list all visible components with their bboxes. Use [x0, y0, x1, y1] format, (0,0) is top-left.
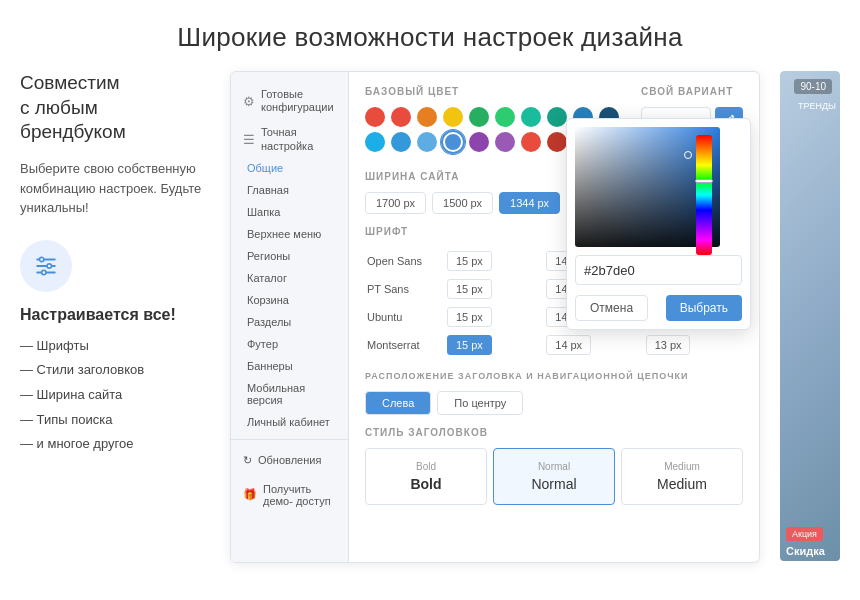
settings-icon-box [20, 240, 72, 292]
swatch-12[interactable] [417, 132, 437, 152]
list-item: — Типы поиска [20, 408, 210, 433]
picker-actions: Отмена Выбрать [567, 289, 750, 329]
nav-divider [231, 439, 348, 440]
customize-title: Настраивается все! [20, 306, 210, 324]
style-value: Bold [374, 476, 478, 492]
preview-label: 90-10 [794, 79, 832, 94]
picker-cancel-button[interactable]: Отмена [575, 295, 648, 321]
sidebar-item-header[interactable]: Шапка [231, 201, 348, 223]
nav-section-fine[interactable]: ☰ Точная настройка [231, 118, 348, 156]
sidebar-item-cart[interactable]: Корзина [231, 289, 348, 311]
sidebar-item-sections[interactable]: Разделы [231, 311, 348, 333]
width-btn-1500[interactable]: 1500 рх [432, 192, 493, 214]
content-area: Совместим с любым брендбуком Выберите св… [0, 71, 860, 563]
heading-style-label: СТИЛЬ ЗАГОЛОВКОВ [365, 427, 743, 438]
width-btn-1344[interactable]: 1344 рх [499, 192, 560, 214]
swatch-11[interactable] [391, 132, 411, 152]
swatch-17[interactable] [547, 132, 567, 152]
font-name-ptsans: PT Sans [365, 275, 445, 303]
picker-gradient-area[interactable] [575, 127, 720, 247]
font-size-btn[interactable]: 14 рх [546, 335, 591, 355]
font-size-btn[interactable]: 13 рх [646, 335, 691, 355]
pos-btn-center[interactable]: По центру [437, 391, 523, 415]
swatch-15[interactable] [495, 132, 515, 152]
sidebar-item-home[interactable]: Главная [231, 179, 348, 201]
list-item: — и многое другое [20, 432, 210, 457]
nav-section-configs[interactable]: ⚙ Готовые конфигурации [231, 80, 348, 118]
sidebar-item-general[interactable]: Общие [231, 157, 348, 179]
font-name-opensans: Open Sans [365, 247, 445, 275]
style-btn-bold[interactable]: Bold Bold [365, 448, 487, 505]
swatch-4[interactable] [469, 107, 489, 127]
hue-bar[interactable] [696, 135, 712, 255]
style-value: Medium [630, 476, 734, 492]
nav-demo-label: Получить демо- доступ [263, 483, 336, 507]
update-icon: ↻ [243, 454, 252, 467]
swatch-0[interactable] [365, 107, 385, 127]
sliders-icon [33, 253, 59, 279]
list-item: — Стили заголовков [20, 358, 210, 383]
font-size-btn[interactable]: 15 рх [447, 279, 492, 299]
feature-list: — Шрифты — Стили заголовков — Ширина сай… [20, 334, 210, 457]
swatch-10[interactable] [365, 132, 385, 152]
sidebar-item-regions[interactable]: Регионы [231, 245, 348, 267]
heading-style-section: СТИЛЬ ЗАГОЛОВКОВ Bold Bold Normal Normal [365, 427, 743, 505]
main-container: Широкие возможности настроек дизайна Сов… [0, 0, 860, 600]
preview-bg: 90-10 ТРЕНДЫ Акция Скидка [780, 71, 840, 561]
svg-point-5 [42, 270, 46, 274]
swatch-2[interactable] [417, 107, 437, 127]
promo-label: Акция [786, 527, 823, 541]
style-btn-medium[interactable]: Medium Medium [621, 448, 743, 505]
style-buttons: Bold Bold Normal Normal Medium Medium [365, 448, 743, 505]
discount-label: Скидка [786, 545, 825, 557]
swatch-13[interactable] [443, 132, 463, 152]
config-icon: ⚙ [243, 94, 255, 109]
nav-updates[interactable]: ↻ Обновления [231, 446, 348, 475]
brand-text: Совместим с любым брендбуком [20, 71, 210, 145]
sidebar-item-banners[interactable]: Баннеры [231, 355, 348, 377]
swatch-3[interactable] [443, 107, 463, 127]
sidebar-item-topmenu[interactable]: Верхнее меню [231, 223, 348, 245]
sidebar-item-account[interactable]: Личный кабинет [231, 411, 348, 433]
position-label: РАСПОЛОЖЕНИЕ ЗАГОЛОВКА И НАВИГАЦИОННОЙ Ц… [365, 371, 743, 381]
tune-icon: ☰ [243, 132, 255, 147]
page-title: Широкие возможности настроек дизайна [0, 0, 860, 71]
font-name-montserrat: Montserrat [365, 331, 445, 359]
style-label: Normal [502, 461, 606, 472]
left-panel: Совместим с любым брендбуком Выберите св… [20, 71, 210, 563]
font-size-btn[interactable]: 15 рх [447, 251, 492, 271]
picker-confirm-button[interactable]: Выбрать [666, 295, 742, 321]
swatch-7[interactable] [547, 107, 567, 127]
nav-demo[interactable]: 🎁 Получить демо- доступ [231, 475, 348, 515]
list-item: — Ширина сайта [20, 383, 210, 408]
position-section: РАСПОЛОЖЕНИЕ ЗАГОЛОВКА И НАВИГАЦИОННОЙ Ц… [365, 371, 743, 415]
style-value: Normal [502, 476, 606, 492]
sidebar-item-catalog[interactable]: Каталог [231, 267, 348, 289]
sidebar-item-footer[interactable]: Футер [231, 333, 348, 355]
hue-handle[interactable] [695, 179, 713, 183]
style-btn-normal[interactable]: Normal Normal [493, 448, 615, 505]
swatch-1[interactable] [391, 107, 411, 127]
svg-point-3 [40, 257, 44, 261]
sidebar-item-mobile[interactable]: Мобильная версия [231, 377, 348, 411]
pos-btn-left[interactable]: Слева [365, 391, 431, 415]
swatch-5[interactable] [495, 107, 515, 127]
style-label: Medium [630, 461, 734, 472]
hex-value-input[interactable] [575, 255, 742, 285]
custom-variant-label: СВОЙ ВАРИАНТ [641, 86, 743, 97]
desc-text: Выберите свою собственную комбинацию нас… [20, 159, 210, 218]
settings-panel: ⚙ Готовые конфигурации ☰ Точная настройк… [230, 71, 760, 563]
swatch-6[interactable] [521, 107, 541, 127]
nav-section-configs-label: Готовые конфигурации [261, 88, 336, 114]
demo-icon: 🎁 [243, 488, 257, 501]
font-size-btn[interactable]: 15 рх [447, 307, 492, 327]
trends-label: ТРЕНДЫ [798, 101, 836, 111]
position-buttons: Слева По центру [365, 391, 743, 415]
swatch-14[interactable] [469, 132, 489, 152]
width-btn-1700[interactable]: 1700 рх [365, 192, 426, 214]
font-size-btn-active[interactable]: 15 рх [447, 335, 492, 355]
base-color-label: БАЗОВЫЙ ЦВЕТ [365, 86, 619, 97]
nav-updates-label: Обновления [258, 454, 321, 466]
style-label: Bold [374, 461, 478, 472]
swatch-16[interactable] [521, 132, 541, 152]
